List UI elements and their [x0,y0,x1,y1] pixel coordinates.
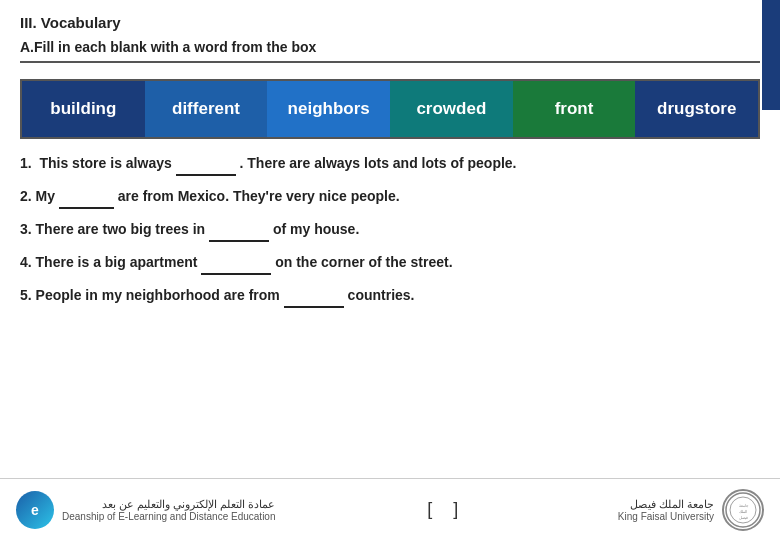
footer-right: جامعة الملك فيصل King Faisal University … [618,489,764,531]
footer-left-text: عمادة التعلم الإلكتروني والتعليم عن بعد … [62,498,275,522]
q3-num: 3. There are two big trees in [20,221,209,237]
q4-blank [201,252,271,275]
page-container: III. Vocabulary A.Fill in each blank wit… [0,0,780,540]
word-box-neighbors: neighbors [267,81,390,137]
q5-blank [284,285,344,308]
question-2: 2. My are from Mexico. They're very nice… [20,186,760,209]
logo-letter: e [31,502,39,518]
q5-rest: countries. [348,287,415,303]
q1-num: 1. This store is always [20,155,176,171]
footer-arabic-right: جامعة الملك فيصل [630,498,714,511]
footer-left: e عمادة التعلم الإلكتروني والتعليم عن بع… [16,491,275,529]
header: III. Vocabulary A.Fill in each blank wit… [0,0,780,79]
footer-english-right: King Faisal University [618,511,714,522]
svg-text:فيصل: فيصل [739,515,748,520]
question-4: 4. There is a big apartment on the corne… [20,252,760,275]
q4-rest: on the corner of the street. [275,254,452,270]
word-box-front: front [513,81,636,137]
word-box-drugstore: drugstore [635,81,758,137]
footer-english-left: Deanship of E-Learning and Distance Educ… [62,511,275,522]
footer-seal: جامعة الملك فيصل [722,489,764,531]
question-5: 5. People in my neighborhood are from co… [20,285,760,308]
q3-rest: of my house. [273,221,359,237]
footer: e عمادة التعلم الإلكتروني والتعليم عن بع… [0,478,780,540]
q2-blank [59,186,114,209]
word-box-crowded: crowded [390,81,513,137]
q5-num: 5. People in my neighborhood are from [20,287,284,303]
word-box-different: different [145,81,268,137]
accent-bar [762,0,780,110]
q1-rest: . There are always lots and lots of peop… [240,155,517,171]
footer-brackets: [ ] [427,499,466,520]
svg-text:الملك: الملك [739,509,747,514]
footer-logo: e [16,491,54,529]
question-3: 3. There are two big trees in of my hous… [20,219,760,242]
question-1: 1. This store is always . There are alwa… [20,153,760,176]
instruction-text: A.Fill in each blank with a word from th… [20,39,760,63]
q2-num: 2. My [20,188,55,204]
questions-section: 1. This store is always . There are alwa… [0,153,780,308]
q2-rest: are from Mexico. They're very nice peopl… [118,188,400,204]
q4-num: 4. There is a big apartment [20,254,197,270]
section-title: III. Vocabulary [20,14,760,31]
q1-blank [176,153,236,176]
footer-arabic-left: عمادة التعلم الإلكتروني والتعليم عن بعد [62,498,275,511]
q3-blank [209,219,269,242]
svg-text:جامعة: جامعة [739,503,749,508]
footer-right-text: جامعة الملك فيصل King Faisal University [618,498,714,522]
word-box-row: building different neighbors crowded fro… [20,79,760,139]
word-box-building: building [22,81,145,137]
